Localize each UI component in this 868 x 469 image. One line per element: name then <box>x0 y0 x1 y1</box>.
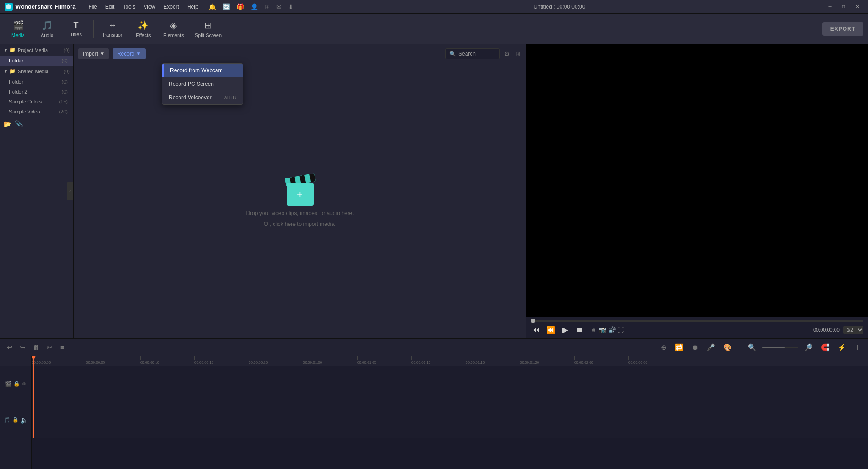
add-track-icon[interactable]: ⊕ <box>659 342 669 353</box>
undo-icon[interactable]: ↩ <box>5 342 15 353</box>
screen-icon[interactable]: 🖥 <box>590 326 597 333</box>
tick-4 <box>249 356 249 360</box>
filter-icon[interactable]: ⚙ <box>503 49 511 58</box>
label-10: 00:00:02:00 <box>574 361 593 365</box>
audio-track-row <box>32 402 868 438</box>
notification-icon[interactable]: 🔔 <box>207 2 218 11</box>
delete-icon[interactable]: 🗑 <box>31 342 42 352</box>
dropdown-item-screen[interactable]: Record PC Screen <box>162 77 243 91</box>
audio-mute-icon[interactable]: 🔈 <box>20 417 28 424</box>
menu-edit[interactable]: Edit <box>102 3 118 11</box>
video-cursor-line <box>33 366 34 402</box>
drop-zone[interactable]: + Drop your video clips, images, or audi… <box>74 63 526 338</box>
label-5: 00:00:01:00 <box>303 361 322 365</box>
label-6: 00:00:01:05 <box>357 361 376 365</box>
render-icon[interactable]: ⚡ <box>835 342 849 353</box>
maximize-button[interactable]: □ <box>837 2 850 11</box>
minimize-button[interactable]: ─ <box>824 2 836 11</box>
quality-select[interactable]: 1/2 Full 1/4 <box>843 326 863 334</box>
progress-handle[interactable] <box>531 319 535 323</box>
menu-help[interactable]: Help <box>184 3 202 11</box>
ruler-mark-10: 00:00:02:00 <box>574 356 628 366</box>
record-screen-label: Record PC Screen <box>169 81 214 87</box>
dropdown-item-webcam[interactable]: Record from Webcam <box>162 64 243 77</box>
download-icon[interactable]: ⬇ <box>286 2 295 11</box>
export-button[interactable]: EXPORT <box>822 22 863 36</box>
video-eye-icon[interactable]: 👁 <box>22 381 27 387</box>
redo-icon[interactable]: ↪ <box>18 342 28 353</box>
toolbar-titles[interactable]: T Titles <box>62 18 90 40</box>
menu-export[interactable]: Export <box>160 3 183 11</box>
play-button[interactable]: ▶ <box>560 324 571 335</box>
toolbar-media[interactable]: 🎬 Media <box>5 17 32 41</box>
shared-folder-1-count: (0) <box>62 79 68 84</box>
account-icon[interactable]: 👤 <box>249 2 260 11</box>
record-label: Record <box>117 51 135 57</box>
snapshot-icon[interactable]: 📷 <box>599 326 606 333</box>
loop-icon[interactable]: 🔁 <box>673 342 686 353</box>
label-1: 00:00:00:05 <box>86 361 105 365</box>
import-button[interactable]: Import ▼ <box>78 48 109 59</box>
timeline-cursor-ruler <box>33 356 34 366</box>
split-screen-toolbar-label: Split Screen <box>195 33 222 38</box>
color-tl-icon[interactable]: 🎨 <box>721 342 734 353</box>
preview-progress-bar[interactable] <box>531 320 863 322</box>
transition-toolbar-label: Transition <box>102 32 123 38</box>
search-box[interactable]: 🔍 Search <box>445 48 500 59</box>
main-toolbar: 🎬 Media 🎵 Audio T Titles ↔ Transition ✨ … <box>0 14 868 44</box>
sidebar-item-shared-folder[interactable]: Folder (0) <box>0 77 73 87</box>
timeline-tracks <box>32 366 868 469</box>
menu-view[interactable]: View <box>140 3 159 11</box>
record-tl-icon[interactable]: ⏺ <box>689 342 701 352</box>
sync-icon[interactable]: 🔄 <box>221 2 232 11</box>
sidebar-item-shared-folder2[interactable]: Folder 2 (0) <box>0 87 73 97</box>
audio-lock-icon[interactable]: 🔒 <box>12 417 19 423</box>
menu-file[interactable]: File <box>85 3 100 11</box>
cut-icon[interactable]: ✂ <box>45 342 55 353</box>
step-back-button[interactable]: ⏪ <box>545 324 556 335</box>
sidebar-section-project-media[interactable]: ▼ 📁 Project Media (0) <box>0 44 73 56</box>
volume-icon[interactable]: 🔊 <box>608 326 616 333</box>
tick-7 <box>411 356 412 360</box>
video-lock-icon[interactable]: 🔒 <box>14 381 20 387</box>
add-folder-icon[interactable]: 📂 <box>4 120 11 127</box>
list-icon[interactable]: ≡ <box>58 342 66 352</box>
menu-bar: File Edit Tools View Export Help <box>85 3 202 11</box>
close-button[interactable]: ✕ <box>851 2 863 11</box>
timeline-content: 00:00:00:00 00:00:00:05 00:00:00:10 00:0… <box>32 356 868 469</box>
grid-view-icon[interactable]: ⊞ <box>514 49 522 58</box>
toolbar-effects[interactable]: ✨ Effects <box>130 17 157 41</box>
skip-back-button[interactable]: ⏮ <box>531 324 542 335</box>
gift-icon[interactable]: 🎁 <box>235 2 246 11</box>
sidebar-item-folder[interactable]: Folder (0) <box>0 56 73 66</box>
zoom-in-icon[interactable]: 🔎 <box>802 342 815 353</box>
pause-render-icon[interactable]: ⏸ <box>852 342 863 352</box>
fullscreen-icon[interactable]: ⛶ <box>618 326 624 333</box>
layout-icon[interactable]: ⊞ <box>263 2 272 11</box>
sidebar-folder-label: Folder <box>9 58 23 63</box>
dropdown-item-voiceover[interactable]: Record Voiceover Alt+R <box>162 91 243 104</box>
sidebar-collapse-arrow[interactable]: ‹ <box>67 182 73 200</box>
audio-track-icon: 🎵 <box>4 417 10 423</box>
media-toolbar: Import ▼ Record ▼ 🔍 Search ⚙ ⊞ <box>74 44 526 63</box>
sidebar-item-sample-video[interactable]: Sample Video (20) <box>0 107 73 117</box>
sidebar-section-shared-media[interactable]: ▼ 📁 Shared Media (0) <box>0 66 73 77</box>
add-source-icon[interactable]: 📎 <box>15 120 23 127</box>
zoom-bar[interactable] <box>762 347 798 348</box>
toolbar-divider-1 <box>93 20 94 38</box>
record-dropdown: Record from Webcam Record PC Screen Reco… <box>162 63 243 105</box>
voiceover-tl-icon[interactable]: 🎤 <box>704 342 717 353</box>
stop-button[interactable]: ⏹ <box>574 324 585 335</box>
menu-tools[interactable]: Tools <box>119 3 139 11</box>
toolbar-audio[interactable]: 🎵 Audio <box>33 17 61 41</box>
toolbar-transition[interactable]: ↔ Transition <box>97 17 128 40</box>
sidebar-item-sample-colors[interactable]: Sample Colors (15) <box>0 97 73 107</box>
snap-icon[interactable]: 🧲 <box>819 342 832 353</box>
record-button[interactable]: Record ▼ <box>113 48 146 59</box>
zoom-out-icon[interactable]: 🔍 <box>745 342 759 353</box>
toolbar-split-screen[interactable]: ⊞ Split Screen <box>190 17 226 41</box>
tl-divider <box>71 343 71 352</box>
folder-icon: 📁 <box>9 47 16 53</box>
toolbar-elements[interactable]: ◈ Elements <box>159 17 189 41</box>
message-icon[interactable]: ✉ <box>274 2 283 11</box>
